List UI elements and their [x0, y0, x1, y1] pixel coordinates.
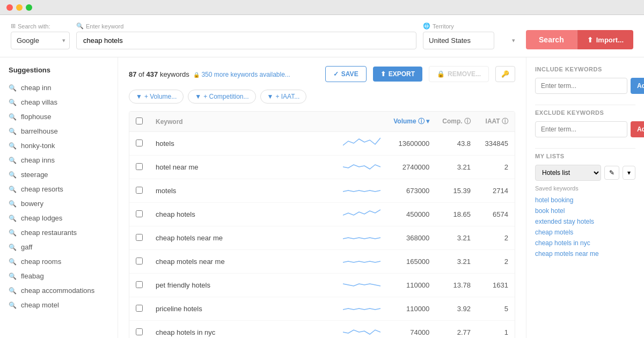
import-button[interactable]: ⬆ Import...	[577, 30, 633, 49]
iaat-cell: 2714	[477, 179, 515, 203]
export-button[interactable]: ⬆ EXPORT	[373, 67, 422, 82]
include-title: INCLUDE KEYWORDS	[535, 66, 635, 72]
right-panel: INCLUDE KEYWORDS Add EXCLUDE KEYWORDS Ad…	[526, 57, 644, 338]
include-keywords-section: INCLUDE KEYWORDS Add	[535, 66, 635, 94]
remove-label: REMOVE...	[448, 70, 481, 78]
keyword-cell: cheap hotels	[149, 203, 336, 226]
chart-cell	[336, 250, 387, 274]
search-engine-group: ⊞ Search with: Google Bing YouTube	[11, 23, 70, 49]
sidebar-list-item[interactable]: 🔍flophouse	[0, 109, 118, 124]
search-suggestion-icon: 🔍	[9, 171, 17, 179]
search-suggestion-icon: 🔍	[9, 215, 17, 222]
exclude-term-input[interactable]	[535, 121, 627, 137]
row-checkbox[interactable]	[136, 139, 143, 146]
enter-keyword-label: 🔍 Enter keyword	[76, 23, 416, 30]
volume-cell: 74000	[387, 321, 436, 339]
suggestion-label: honky-tonk	[21, 142, 55, 150]
comp-cell: 18.65	[436, 203, 477, 226]
count-shown: 87	[129, 70, 136, 78]
saved-keyword-item[interactable]: extended stay hotels	[535, 216, 635, 227]
sidebar-list-item[interactable]: 🔍cheap villas	[0, 95, 118, 109]
close-dot[interactable]	[6, 4, 13, 11]
sidebar-list-item[interactable]: 🔍bowery	[0, 196, 118, 211]
keyword-input[interactable]	[76, 32, 416, 49]
sidebar-list-item[interactable]: 🔍steerage	[0, 167, 118, 182]
sidebar-list-item[interactable]: 🔍gaff	[0, 240, 118, 254]
suggestion-label: barrelhouse	[21, 127, 58, 135]
table-row: motels 673000 15.39 2714	[129, 179, 515, 203]
suggestion-label: bowery	[21, 200, 43, 208]
search-with-label: ⊞ Search with:	[11, 23, 70, 30]
territory-select[interactable]: United States United Kingdom Canada Aust…	[423, 32, 494, 49]
filter-button[interactable]: ▼ + Volume...	[129, 90, 184, 104]
volume-cell: 450000	[387, 203, 436, 226]
minimize-dot[interactable]	[16, 4, 23, 11]
table-row: cheap motels near me 165000 3.21 2	[129, 250, 515, 274]
divider-1	[535, 105, 635, 105]
sidebar-list-item[interactable]: 🔍honky-tonk	[0, 138, 118, 153]
search-suggestion-icon: 🔍	[9, 142, 17, 150]
row-checkbox[interactable]	[136, 210, 143, 217]
remove-button[interactable]: 🔒 REMOVE...	[429, 66, 489, 82]
comp-cell: 3.21	[436, 156, 477, 179]
key-button[interactable]: 🔑	[495, 66, 515, 82]
row-checkbox[interactable]	[136, 234, 143, 241]
sidebar-list-item[interactable]: 🔍cheap lodges	[0, 211, 118, 225]
suggestion-label: cheap motel	[21, 301, 59, 309]
include-add-button[interactable]: Add	[631, 78, 644, 94]
sidebar-list-item[interactable]: 🔍cheap resorts	[0, 182, 118, 196]
chart-cell	[336, 132, 387, 156]
search-suggestion-icon: 🔍	[9, 157, 17, 164]
sidebar-list-item[interactable]: 🔍barrelhouse	[0, 124, 118, 138]
col-volume-header[interactable]: Volume ⓘ	[387, 112, 436, 132]
sidebar-list-item[interactable]: 🔍fleabag	[0, 269, 118, 283]
maximize-dot[interactable]	[26, 4, 32, 11]
sidebar-list-item[interactable]: 🔍cheap restaurants	[0, 225, 118, 240]
saved-keyword-item[interactable]: book hotel	[535, 205, 635, 216]
exclude-add-button[interactable]: Add	[631, 121, 644, 137]
search-engine-select-wrap: Google Bing YouTube	[11, 32, 70, 49]
saved-keyword-item[interactable]: cheap motels	[535, 227, 635, 238]
keywords-table-wrap: Keyword Volume ⓘ Comp. ⓘ IAAT ⓘ hotels 1…	[129, 111, 515, 338]
row-checkbox[interactable]	[136, 281, 143, 288]
row-checkbox[interactable]	[136, 187, 143, 194]
filter-button[interactable]: ▼ + IAAT...	[260, 90, 307, 104]
select-all-checkbox[interactable]	[136, 117, 143, 124]
row-checkbox[interactable]	[136, 305, 143, 312]
main-area: Suggestions 🔍cheap inn🔍cheap villas🔍flop…	[0, 57, 644, 338]
sidebar-list-item[interactable]: 🔍cheap inn	[0, 80, 118, 95]
table-row: cheap hotels in nyc 74000 2.77 1	[129, 321, 515, 339]
saved-keywords-label: Saved keywords	[535, 185, 635, 192]
filter-icon: ▼	[195, 93, 201, 100]
col-iaat-header[interactable]: IAAT ⓘ	[477, 112, 515, 132]
search-suggestion-icon: 🔍	[9, 244, 17, 251]
volume-cell: 2740000	[387, 156, 436, 179]
saved-keyword-item[interactable]: cheap hotels in nyc	[535, 238, 635, 248]
more-keywords-link[interactable]: 350 more keywords available...	[193, 71, 290, 78]
iaat-cell: 334845	[477, 132, 515, 156]
expand-list-button[interactable]: ▾	[623, 166, 635, 180]
row-checkbox[interactable]	[136, 258, 143, 264]
saved-keyword-item[interactable]: cheap motels near me	[535, 248, 635, 259]
list-select[interactable]: Hotels list	[535, 165, 601, 181]
saved-keyword-item[interactable]: hotel booking	[535, 195, 635, 205]
sidebar-list-item[interactable]: 🔍cheap accommodations	[0, 283, 118, 298]
sidebar-list-item[interactable]: 🔍cheap motel	[0, 298, 118, 312]
filter-button[interactable]: ▼ + Competition...	[188, 90, 255, 104]
col-comp-header[interactable]: Comp. ⓘ	[436, 112, 477, 132]
row-checkbox[interactable]	[136, 163, 143, 170]
search-button[interactable]: Search	[526, 30, 577, 49]
comp-cell: 3.21	[436, 250, 477, 274]
sidebar-list-item[interactable]: 🔍cheap inns	[0, 153, 118, 167]
edit-list-button[interactable]: ✎	[604, 166, 619, 180]
search-engine-select[interactable]: Google Bing YouTube	[11, 32, 70, 49]
keyword-cell: pet friendly hotels	[149, 274, 336, 297]
filter-row: ▼ + Volume...▼ + Competition...▼ + IAAT.…	[129, 90, 515, 104]
search-suggestion-icon: 🔍	[9, 84, 17, 92]
row-checkbox[interactable]	[136, 328, 143, 335]
suggestion-label: cheap restaurants	[21, 229, 77, 237]
sidebar-list-item[interactable]: 🔍cheap rooms	[0, 254, 118, 269]
chart-cell	[336, 203, 387, 226]
include-term-input[interactable]	[535, 78, 627, 94]
save-button[interactable]: ✓ SAVE	[325, 66, 367, 82]
